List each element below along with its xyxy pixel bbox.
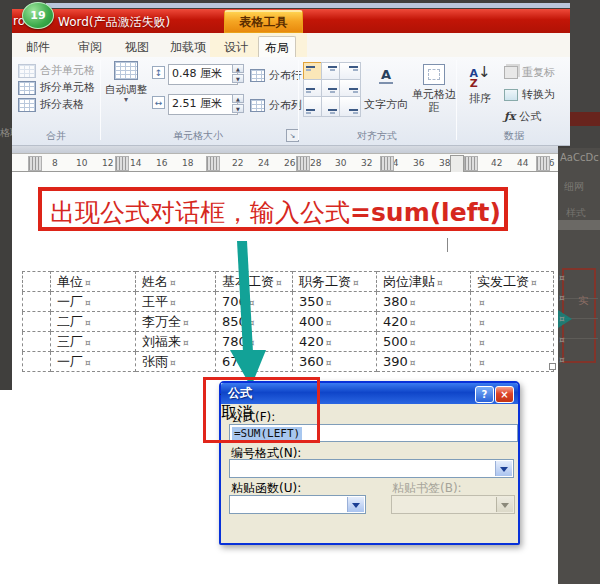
left-letterbox-strip: 格耶 (0, 0, 12, 390)
autofit-button[interactable]: 自动调整 ▾ (104, 61, 148, 103)
align-bottom-right-button[interactable] (339, 96, 361, 117)
ribbon-tab-strip: 邮件 审阅 视图 加载项 设计 布局 (12, 33, 570, 57)
table-cell[interactable] (23, 292, 51, 312)
cell-end-mark-icon: ¤ (183, 318, 189, 328)
cell-end-mark-icon: ¤ (170, 278, 176, 288)
table-cell[interactable]: 400¤ (293, 312, 377, 332)
col-width-stepper[interactable]: ▲ ▼ (232, 94, 244, 113)
repeat-header-rows-button[interactable]: 重复标 (504, 65, 555, 80)
group-divider (456, 60, 457, 140)
cell-end-mark-icon: ¤ (170, 358, 176, 368)
table-row: 三厂¤ 刘福来¤ 780¤ 420¤ 500¤ ¤ (23, 332, 554, 352)
close-icon[interactable]: × (495, 386, 514, 403)
tab-view[interactable]: 视图 (119, 36, 155, 59)
tab-addins[interactable]: 加载项 (164, 36, 212, 59)
horizontal-ruler[interactable]: 8 10 12 14 16 18 22 24 26 28 30 32 34 36… (12, 153, 558, 172)
split-cells-button[interactable]: 拆分单元格 (18, 80, 95, 95)
table-cell[interactable] (23, 272, 51, 292)
table-cell[interactable]: 390¤ (377, 352, 471, 372)
table-cell[interactable]: 王平¤ (136, 292, 216, 312)
chevron-down-icon: ▾ (124, 97, 128, 103)
ribbon: 合并单元格 拆分单元格 拆分表格 合并 自动调整 ▾ ↕ 0.48 厘米 ▲ ▼… (12, 57, 570, 146)
row-height-input[interactable]: 0.48 厘米 (168, 64, 238, 85)
ruler-tick: 28 (310, 158, 321, 168)
table-tools-header: 表格工具 (224, 10, 303, 33)
cell-end-mark-icon: ¤ (479, 318, 485, 328)
table-cell[interactable]: 三厂¤ (51, 332, 136, 352)
sort-button[interactable]: AZ↓ 排序 (462, 62, 498, 106)
table-resize-handle[interactable] (549, 363, 556, 370)
ruler-column-marker[interactable] (380, 156, 394, 171)
table-cell[interactable]: 实发工资¤ (471, 272, 554, 292)
spin-down-icon[interactable]: ▼ (232, 74, 244, 83)
text-direction-icon: A (379, 67, 393, 84)
table-cell[interactable]: 一厂¤ (51, 292, 136, 312)
merge-cells-button[interactable]: 合并单元格 (18, 63, 95, 78)
table-cell[interactable]: ¤ (471, 332, 554, 352)
left-page-margin (0, 390, 12, 584)
table-cell[interactable]: 岗位津贴¤ (377, 272, 471, 292)
table-row: 一厂¤ 王平¤ 706¤ 350¤ 380¤ ¤ (23, 292, 554, 312)
distribute-cols-icon (250, 99, 265, 112)
spin-up-icon[interactable]: ▲ (232, 94, 244, 103)
tab-review[interactable]: 审阅 (72, 36, 108, 59)
table-cell[interactable]: 姓名¤ (136, 272, 216, 292)
ruler-column-marker[interactable] (206, 156, 220, 171)
cell-end-mark-icon: ¤ (353, 278, 359, 288)
document-page[interactable]: 出现公式对话框，输入公式=sum(left) 单位¤ 姓名¤ 基本工资¤ 职务工… (12, 172, 558, 584)
ruler-tick: 22 (232, 158, 243, 168)
split-table-button[interactable]: 拆分表格 (18, 97, 84, 112)
chevron-down-icon[interactable] (495, 461, 512, 476)
spin-up-icon[interactable]: ▲ (232, 64, 244, 73)
table-cell[interactable] (23, 352, 51, 372)
table-cell[interactable]: 一厂¤ (51, 352, 136, 372)
table-cell[interactable] (23, 312, 51, 332)
cell-margins-button[interactable]: 单元格边距 (412, 64, 456, 114)
table-cell[interactable]: 420¤ (293, 332, 377, 352)
table-cell[interactable]: 二厂¤ (51, 312, 136, 332)
chevron-down-icon (496, 497, 513, 512)
paste-function-select[interactable] (229, 495, 366, 514)
notification-badge: 19 (22, 2, 54, 29)
ruler-column-marker[interactable] (536, 156, 550, 171)
ruler-column-marker[interactable] (464, 156, 478, 171)
table-cell[interactable]: 单位¤ (51, 272, 136, 292)
cell-end-mark-icon: ¤ (410, 358, 416, 368)
chevron-down-icon[interactable] (347, 497, 364, 512)
number-format-select[interactable] (229, 459, 514, 478)
ruler-tick: 24 (258, 158, 269, 168)
table-cell[interactable]: 李万全¤ (136, 312, 216, 332)
row-height-stepper[interactable]: ▲ ▼ (232, 64, 244, 83)
table-cell[interactable] (23, 332, 51, 352)
spin-down-icon[interactable]: ▼ (232, 104, 244, 113)
tab-design[interactable]: 设计 (218, 36, 254, 59)
tab-mailings[interactable]: 邮件 (20, 36, 56, 59)
table-cell[interactable]: ¤ (471, 352, 554, 372)
cell-end-mark-icon: ¤ (410, 298, 416, 308)
col-width-input[interactable]: 2.51 厘米 (168, 94, 238, 115)
table-cell[interactable]: ¤ (471, 312, 554, 332)
convert-to-text-button[interactable]: 转换为 (504, 87, 555, 102)
help-button[interactable]: ? (475, 386, 494, 403)
table-cell[interactable]: 350¤ (293, 292, 377, 312)
distribute-cols-button[interactable]: 分布列 (250, 98, 302, 113)
text-direction-button[interactable]: A 文字方向 (362, 64, 410, 112)
table-cell[interactable]: 360¤ (293, 352, 377, 372)
table-cell[interactable]: 职务工资¤ (293, 272, 377, 292)
ruler-tick: 44 (517, 158, 528, 168)
ruler-column-marker[interactable] (296, 156, 310, 171)
row-end-mark-icon: ¤ (559, 273, 565, 283)
table-cell[interactable]: 张雨¤ (136, 352, 216, 372)
formula-button[interactable]: ƒx 公式 (504, 109, 541, 124)
cell-end-mark-icon: ¤ (410, 338, 416, 348)
table-cell[interactable]: 刘福来¤ (136, 332, 216, 352)
ruler-column-marker[interactable] (28, 156, 42, 171)
distribute-rows-button[interactable]: 分布行 (250, 68, 302, 83)
ruler-column-marker[interactable] (115, 156, 129, 171)
table-cell[interactable]: ¤ (471, 292, 554, 312)
table-cell[interactable]: 500¤ (377, 332, 471, 352)
salary-table[interactable]: 单位¤ 姓名¤ 基本工资¤ 职务工资¤ 岗位津贴¤ 实发工资¤ 一厂¤ 王平¤ … (22, 271, 554, 372)
sort-az-icon: AZ (469, 69, 478, 89)
table-cell[interactable]: 380¤ (377, 292, 471, 312)
table-cell[interactable]: 420¤ (377, 312, 471, 332)
